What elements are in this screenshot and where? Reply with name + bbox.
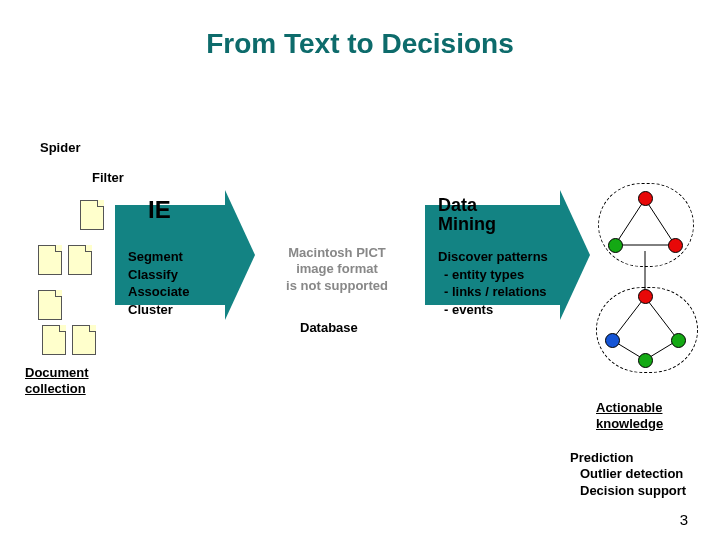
graph-node-icon bbox=[668, 238, 683, 253]
doccol-line1: Document bbox=[25, 365, 89, 381]
doccol-line2: collection bbox=[25, 381, 89, 397]
dm-bullet-links-relations: - links / relations bbox=[438, 283, 548, 301]
slide-title: From Text to Decisions bbox=[0, 28, 720, 60]
document-icon bbox=[38, 290, 62, 320]
dm-bullet-entity-types: - entity types bbox=[438, 266, 548, 284]
label-actionable-knowledge: Actionable knowledge bbox=[596, 400, 663, 431]
actk-line2: knowledge bbox=[596, 416, 663, 432]
graph-node-icon bbox=[638, 191, 653, 206]
pict-line1: Macintosh PICT bbox=[267, 245, 407, 261]
dm-heading-line1: Data bbox=[438, 196, 496, 215]
document-icon bbox=[42, 325, 66, 355]
label-filter: Filter bbox=[92, 170, 124, 185]
label-document-collection: Document collection bbox=[25, 365, 89, 396]
slide-number: 3 bbox=[680, 511, 688, 528]
ie-segment: Segment bbox=[128, 248, 189, 266]
dm-heading: Data Mining bbox=[438, 196, 496, 234]
document-icon bbox=[68, 245, 92, 275]
graph-node-icon bbox=[638, 289, 653, 304]
outcomes-list: Prediction Outlier detection Decision su… bbox=[570, 450, 686, 499]
document-icon bbox=[80, 200, 104, 230]
dm-heading-line2: Mining bbox=[438, 215, 496, 234]
dm-bullet-events: - events bbox=[438, 301, 548, 319]
ie-associate: Associate bbox=[128, 283, 189, 301]
outcome-decision-support: Decision support bbox=[570, 483, 686, 499]
graph-node-icon bbox=[671, 333, 686, 348]
dm-discover: Discover patterns bbox=[438, 248, 548, 266]
pict-line2: image format bbox=[267, 261, 407, 277]
label-database: Database bbox=[300, 320, 358, 335]
pict-placeholder: Macintosh PICT image format is not suppo… bbox=[267, 245, 407, 294]
graph-node-icon bbox=[608, 238, 623, 253]
ie-cluster: Cluster bbox=[128, 301, 189, 319]
dm-body: Discover patterns - entity types - links… bbox=[438, 248, 548, 318]
graph-node-icon bbox=[638, 353, 653, 368]
actk-line1: Actionable bbox=[596, 400, 663, 416]
outcome-prediction: Prediction bbox=[570, 450, 686, 466]
graph-node-icon bbox=[605, 333, 620, 348]
pict-line3: is not supported bbox=[267, 278, 407, 294]
knowledge-graph bbox=[590, 185, 710, 385]
ie-heading: IE bbox=[148, 196, 171, 224]
label-spider: Spider bbox=[40, 140, 80, 155]
document-icon bbox=[72, 325, 96, 355]
ie-body: Segment Classify Associate Cluster bbox=[128, 248, 189, 318]
document-icon bbox=[38, 245, 62, 275]
outcome-outlier-detection: Outlier detection bbox=[570, 466, 686, 482]
ie-classify: Classify bbox=[128, 266, 189, 284]
